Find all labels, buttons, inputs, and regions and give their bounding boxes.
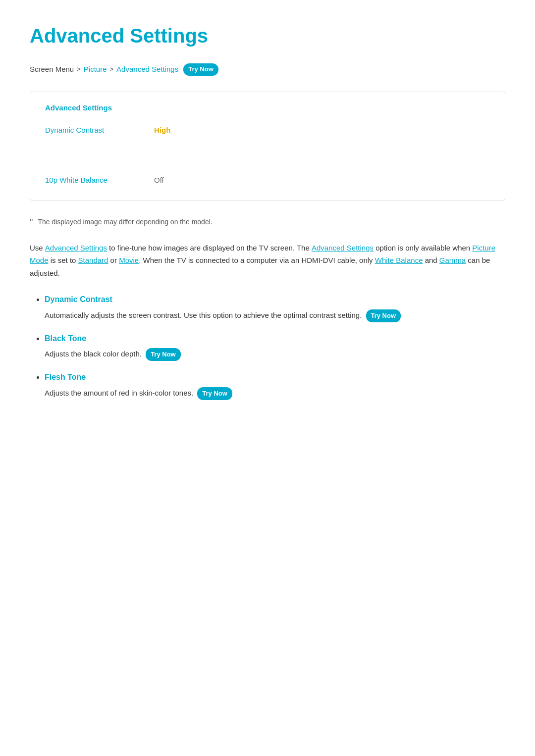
- breadcrumb-picture[interactable]: Picture: [84, 63, 107, 75]
- settings-row-white-balance: 10p White Balance Off: [45, 170, 490, 190]
- desc-text2: to fine-tune how images are displayed on…: [107, 244, 312, 252]
- bullet-desc-text-flesh-tone: Adjusts the amount of red in skin-color …: [45, 389, 193, 397]
- bullet-title-dynamic-contrast: Dynamic Contrast: [45, 293, 505, 306]
- list-item-flesh-tone: Flesh Tone Adjusts the amount of red in …: [45, 371, 505, 400]
- list-item-dynamic-contrast: Dynamic Contrast Automatically adjusts t…: [45, 293, 505, 322]
- breadcrumb-sep2: >: [110, 64, 114, 75]
- bullet-desc-black-tone: Adjusts the black color depth. Try Now: [45, 348, 505, 361]
- desc-text1: Use: [30, 244, 45, 252]
- dynamic-contrast-value: High: [154, 124, 170, 136]
- breadcrumb: Screen Menu > Picture > Advanced Setting…: [30, 63, 505, 76]
- try-now-flesh-tone[interactable]: Try Now: [197, 387, 232, 400]
- try-now-black-tone[interactable]: Try Now: [146, 348, 181, 361]
- page-title: Advanced Settings: [30, 20, 505, 51]
- bullet-list: Dynamic Contrast Automatically adjusts t…: [30, 293, 505, 400]
- desc-link-advanced-settings-1[interactable]: Advanced Settings: [45, 244, 107, 252]
- bullet-desc-text-black-tone: Adjusts the black color depth.: [45, 350, 142, 358]
- try-now-dynamic-contrast[interactable]: Try Now: [366, 309, 401, 322]
- desc-text7: and: [423, 256, 439, 264]
- bullet-desc-text-dynamic-contrast: Automatically adjusts the screen contras…: [45, 311, 362, 319]
- bullet-desc-dynamic-contrast: Automatically adjusts the screen contras…: [45, 309, 505, 322]
- breadcrumb-try-now-badge[interactable]: Try Now: [183, 63, 218, 76]
- settings-box-title: Advanced Settings: [45, 102, 490, 114]
- desc-link-white-balance[interactable]: White Balance: [375, 256, 423, 264]
- breadcrumb-sep1: >: [77, 64, 81, 75]
- desc-text5: or: [108, 256, 119, 264]
- settings-spacer: [45, 140, 490, 170]
- desc-link-standard[interactable]: Standard: [78, 256, 108, 264]
- breadcrumb-screen-menu: Screen Menu: [30, 63, 74, 75]
- settings-row-dynamic-contrast: Dynamic Contrast High: [45, 120, 490, 140]
- breadcrumb-advanced-settings[interactable]: Advanced Settings: [116, 63, 178, 75]
- dynamic-contrast-label: Dynamic Contrast: [45, 124, 154, 136]
- bullet-desc-flesh-tone: Adjusts the amount of red in skin-color …: [45, 387, 505, 400]
- desc-text6: . When the TV is connected to a computer…: [139, 256, 375, 264]
- desc-text3: option is only available when: [374, 244, 472, 252]
- white-balance-value: Off: [154, 174, 164, 186]
- list-item-black-tone: Black Tone Adjusts the black color depth…: [45, 332, 505, 361]
- description-paragraph: Use Advanced Settings to fine-tune how i…: [30, 242, 505, 280]
- white-balance-label: 10p White Balance: [45, 174, 154, 186]
- note-mark: ": [30, 215, 33, 230]
- desc-link-movie[interactable]: Movie: [119, 256, 139, 264]
- bullet-title-black-tone: Black Tone: [45, 332, 505, 345]
- desc-text4: is set to: [49, 256, 78, 264]
- note-section: " The displayed image may differ dependi…: [30, 216, 505, 230]
- bullet-title-flesh-tone: Flesh Tone: [45, 371, 505, 384]
- settings-box: Advanced Settings Dynamic Contrast High …: [30, 92, 505, 201]
- desc-link-gamma[interactable]: Gamma: [439, 256, 466, 264]
- note-text: The displayed image may differ depending…: [38, 216, 212, 227]
- desc-link-advanced-settings-2[interactable]: Advanced Settings: [312, 244, 374, 252]
